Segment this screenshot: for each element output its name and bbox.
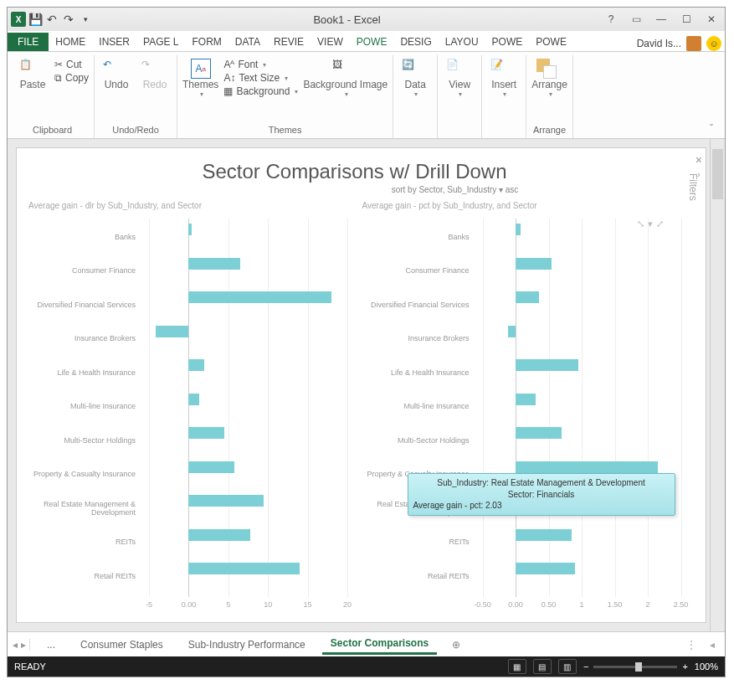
zoom-in-icon[interactable]: + [682, 661, 687, 672]
zoom-out-icon[interactable]: − [583, 661, 588, 672]
tab-scroll-left[interactable]: ◂ [705, 639, 720, 651]
bg-image-button[interactable]: 🖼Background Image▾ [303, 59, 388, 98]
tab-nav-prev[interactable]: ◂ [13, 639, 18, 651]
tab-menu-icon[interactable]: ⋮ [686, 639, 696, 651]
ribbon-tab-revie[interactable]: REVIE [267, 33, 311, 51]
bar[interactable] [188, 529, 250, 541]
cut-button[interactable]: ✂Cut [54, 59, 89, 70]
ribbon-tab-page l[interactable]: PAGE L [136, 33, 185, 51]
bar-row[interactable]: Property & Casualty Insurance [23, 458, 352, 492]
bar-row[interactable]: Multi-line Insurance [23, 390, 352, 425]
maximize-icon[interactable]: ☐ [676, 11, 696, 28]
ribbon-tab-desig[interactable]: DESIG [393, 33, 438, 51]
ribbon-tab-form[interactable]: FORM [186, 33, 228, 51]
new-sheet-button[interactable]: ⊕ [445, 639, 467, 651]
bar[interactable] [188, 495, 264, 507]
bar[interactable] [188, 427, 224, 439]
sheet-tab-subind[interactable]: Sub-Industry Performance [180, 636, 314, 654]
bar[interactable] [188, 563, 300, 574]
bar[interactable] [156, 326, 189, 337]
bar[interactable] [188, 461, 234, 473]
bar-row[interactable]: Retail REITs [23, 559, 352, 594]
bar[interactable] [516, 359, 578, 371]
text-size-button[interactable]: A↕Text Size▾ [223, 72, 298, 84]
bar-row[interactable]: Diversified Financial Services [23, 288, 352, 322]
bar[interactable] [516, 291, 539, 303]
redo-button[interactable]: ↷Redo [138, 59, 172, 90]
minimize-icon[interactable]: — [651, 11, 671, 28]
vertical-scrollbar[interactable] [710, 139, 725, 631]
pane-close-icon[interactable]: × [696, 153, 702, 167]
help-icon[interactable]: ? [601, 11, 621, 28]
view-button[interactable]: 📄View▾ [443, 59, 476, 98]
bar-row[interactable]: Insurance Brokers [23, 322, 352, 357]
bar[interactable] [188, 359, 204, 371]
sort-line[interactable]: sort by Sector, Sub_Industry ▾ asc [224, 185, 685, 194]
arrange-button[interactable]: Arrange▾ [531, 59, 567, 98]
qat-save[interactable]: 💾 [28, 12, 43, 27]
qat-customize[interactable]: ▾ [78, 12, 93, 27]
themes-button[interactable]: AaThemes▾ [182, 59, 218, 98]
sheet-tab-consumer[interactable]: Consumer Staples [72, 636, 172, 654]
ribbon-tab-powe[interactable]: POWE [529, 33, 573, 51]
insert-button[interactable]: 📝Insert▾ [487, 59, 521, 98]
bar-row[interactable]: Diversified Financial Services [357, 288, 686, 322]
chart-left[interactable]: Average gain - dlr by Sub_Industry, and … [23, 198, 352, 615]
bar[interactable] [188, 258, 240, 270]
sheet-tab-more[interactable]: ... [38, 636, 64, 654]
bar[interactable] [508, 326, 516, 337]
bar-row[interactable]: Real Estate Management & Development [23, 492, 352, 526]
ribbon-tab-inser[interactable]: INSER [92, 33, 136, 51]
view-page-icon[interactable]: ▤ [533, 659, 552, 674]
view-normal-icon[interactable]: ▦ [508, 659, 526, 674]
bar-row[interactable]: Multi-line Insurance [357, 390, 686, 425]
tab-nav-next[interactable]: ▸ [21, 639, 26, 651]
qat-redo[interactable]: ↷ [61, 12, 76, 27]
bar-row[interactable]: Multi-Sector Holdings [357, 424, 686, 458]
bar-row[interactable]: REITs [357, 526, 686, 560]
ribbon-tab-powe[interactable]: POWE [350, 33, 394, 51]
bar[interactable] [516, 563, 575, 574]
data-button[interactable]: 🔄Data▾ [398, 59, 432, 98]
ribbon-tab-data[interactable]: DATA [228, 33, 267, 51]
bar[interactable] [188, 394, 198, 405]
ribbon-tab-home[interactable]: HOME [49, 33, 92, 51]
bar[interactable] [516, 427, 562, 439]
bar-row[interactable]: Consumer Finance [357, 255, 686, 289]
bar-row[interactable]: Life & Health Insurance [357, 356, 686, 390]
feedback-icon[interactable]: ☺ [706, 36, 721, 51]
bar[interactable] [516, 224, 521, 235]
ribbon-tab-powe[interactable]: POWE [485, 33, 530, 51]
paste-button[interactable]: 📋 Paste [16, 59, 49, 90]
bar-row[interactable]: Banks [357, 220, 686, 255]
filters-label[interactable]: Filters [687, 173, 699, 201]
bar[interactable] [516, 529, 572, 541]
copy-button[interactable]: ⧉Copy [54, 72, 89, 84]
account-menu[interactable]: David Is... ☺ [634, 36, 725, 51]
zoom-slider[interactable]: − + [583, 661, 688, 672]
zoom-level[interactable]: 100% [695, 661, 718, 672]
bar-row[interactable]: Consumer Finance [23, 255, 352, 289]
bar-row[interactable]: Retail REITs [357, 559, 686, 594]
bar-row[interactable]: Banks [23, 220, 352, 255]
close-icon[interactable]: ✕ [701, 11, 721, 28]
bar-row[interactable]: Insurance Brokers [357, 322, 686, 357]
ribbon-tab-layou[interactable]: LAYOU [439, 33, 485, 51]
background-button[interactable]: ▦Background▾ [223, 85, 298, 97]
sheet-tab-sector[interactable]: Sector Comparisons [322, 634, 437, 655]
bar[interactable] [516, 394, 536, 405]
bar[interactable] [188, 224, 192, 235]
ribbon-tab-view[interactable]: VIEW [311, 33, 350, 51]
view-break-icon[interactable]: ▥ [558, 659, 577, 674]
bar-row[interactable]: Life & Health Insurance [23, 356, 352, 390]
font-button[interactable]: AᴬFont▾ [223, 59, 298, 70]
file-tab[interactable]: FILE [8, 33, 49, 51]
chart-right[interactable]: Average gain - pct by Sub_Industry, and … [357, 198, 686, 615]
bar[interactable] [188, 291, 331, 303]
undo-button[interactable]: ↶Undo [100, 59, 133, 90]
ribbon-toggle-icon[interactable]: ▭ [626, 11, 646, 28]
bar-row[interactable]: REITs [23, 526, 352, 560]
collapse-ribbon-icon[interactable]: ˇ [710, 55, 721, 138]
qat-undo[interactable]: ↶ [44, 12, 59, 27]
bar-row[interactable]: Multi-Sector Holdings [23, 424, 352, 458]
